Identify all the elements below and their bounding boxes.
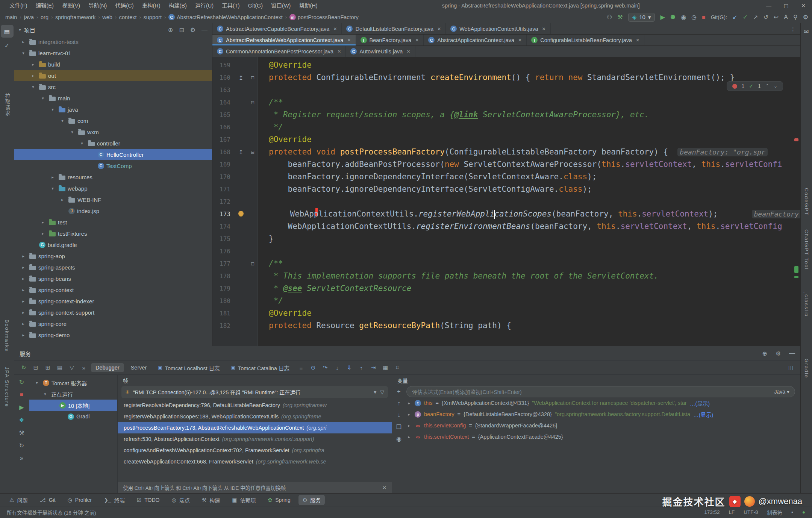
- history-button[interactable]: ↺: [763, 14, 768, 21]
- tree-item[interactable]: ▾wxm: [14, 126, 212, 138]
- show-value-link[interactable]: …(显示): [693, 410, 713, 418]
- code-line[interactable]: 180 */: [212, 295, 800, 307]
- menu-item[interactable]: 帮助(H): [295, 0, 321, 11]
- rerun-debug-button[interactable]: ↻: [19, 364, 29, 371]
- tree-chevron-icon[interactable]: ▸: [20, 299, 27, 304]
- show-watches-button[interactable]: ◉: [396, 435, 401, 442]
- locate-button[interactable]: ⊕: [762, 350, 767, 357]
- code-line[interactable]: 165 * Register request/session scopes, a…: [212, 109, 800, 121]
- tool-window-button-profiler[interactable]: ◷Profiler: [64, 495, 96, 504]
- tree-chevron-icon[interactable]: ▸: [20, 288, 27, 292]
- tree-chevron-icon[interactable]: ▾: [68, 130, 76, 135]
- tabs-menu-icon[interactable]: ≡: [296, 365, 306, 371]
- editor-tab[interactable]: IBeanFactory.java✕: [356, 35, 424, 45]
- breadcrumb-item[interactable]: springframework: [55, 14, 95, 20]
- code-line[interactable]: 170 beanFactory.ignoreDependencyInterfac…: [212, 171, 800, 183]
- frame-row[interactable]: postProcessBeanFactory:173, AbstractRefr…: [118, 422, 392, 433]
- tree-chevron-icon[interactable]: ▸: [39, 231, 47, 236]
- filter-icon[interactable]: ▽: [380, 389, 384, 395]
- tree-item[interactable]: ▾com: [14, 115, 212, 126]
- file-encoding[interactable]: UTF-8: [744, 509, 758, 515]
- hide-services-button[interactable]: —: [789, 350, 795, 357]
- run-button[interactable]: ▶: [660, 14, 665, 21]
- evaluate-language-select[interactable]: Java: [774, 389, 786, 395]
- editor-tab[interactable]: CAbstractRefreshableWebApplicationContex…: [212, 35, 356, 45]
- line-separator[interactable]: LF: [729, 509, 735, 515]
- resume-button[interactable]: ▶: [19, 404, 24, 411]
- editor-tab[interactable]: CCommonAnnotationBeanPostProcessor.java✕: [212, 46, 346, 57]
- tree-item[interactable]: ▾main: [14, 92, 212, 104]
- tree-item[interactable]: ▸spring-aop: [14, 250, 212, 262]
- close-icon[interactable]: ✕: [542, 26, 545, 32]
- tree-item[interactable]: ▸testFixtures: [14, 228, 212, 239]
- step-out-button[interactable]: ↑: [356, 365, 366, 371]
- maximize-button[interactable]: ▢: [777, 0, 795, 11]
- close-icon[interactable]: ✕: [406, 49, 410, 54]
- breadcrumb-item[interactable]: CAbstractRefreshableWebApplicationContex…: [168, 14, 283, 20]
- more-vtools-button[interactable]: »: [20, 455, 23, 462]
- tree-chevron-icon[interactable]: ▸: [20, 254, 27, 259]
- show-execution-point-button[interactable]: ⊙: [308, 364, 318, 371]
- close-icon[interactable]: ✕: [636, 38, 639, 43]
- frame-row[interactable]: registerWebApplicationScopes:188, WebApp…: [118, 411, 392, 422]
- debug-tab-tomcat-localhost-[interactable]: ▣Tomcat Localhost 日志: [153, 362, 224, 373]
- tree-item[interactable]: ▸WEB-INF: [14, 194, 212, 205]
- filter-button[interactable]: ▽: [67, 364, 77, 371]
- code-line[interactable]: 182protected Resource getResourceByPath(…: [212, 320, 800, 332]
- fold-marker[interactable]: ⊟: [248, 261, 258, 267]
- variable-row[interactable]: ▸∞this.servletContext = {ApplicationCont…: [406, 431, 795, 442]
- tree-item[interactable]: ▸spring-context: [14, 284, 212, 295]
- move-watch-down-button[interactable]: ↓: [397, 412, 400, 418]
- menu-item[interactable]: 编辑(E): [32, 0, 58, 11]
- menu-item[interactable]: 窗口(W): [267, 0, 295, 11]
- tree-item[interactable]: ▸spring-core: [14, 318, 212, 329]
- search-everywhere-button[interactable]: ⚲: [793, 14, 798, 21]
- server-settings-button[interactable]: ⚒: [19, 429, 24, 436]
- frame-row[interactable]: configureAndRefreshWebApplicationContext…: [118, 445, 392, 456]
- tree-chevron-icon[interactable]: ▸: [49, 175, 56, 180]
- layout-settings-button[interactable]: ⌗: [392, 364, 402, 371]
- chevron-down-icon[interactable]: ▾: [374, 389, 376, 395]
- tool-label-pull-requests[interactable]: 拉取请求: [3, 93, 11, 117]
- intention-bulb-icon[interactable]: [234, 211, 248, 217]
- indent-style[interactable]: 制表符: [767, 509, 783, 516]
- tree-chevron-icon[interactable]: ▾: [33, 380, 41, 385]
- tool-window-button-问题[interactable]: ⚠问题: [5, 495, 32, 505]
- override-marker-icon[interactable]: ↥: [234, 74, 248, 81]
- close-button[interactable]: ✕: [795, 0, 812, 11]
- tree-item[interactable]: Gbuild.gradle: [14, 239, 212, 250]
- tree-chevron-icon[interactable]: ▸: [20, 310, 27, 315]
- breadcrumb-item[interactable]: main: [5, 14, 17, 20]
- tree-chevron-icon[interactable]: ▸: [59, 197, 66, 202]
- run-configuration-select[interactable]: ◈10▾: [628, 13, 655, 22]
- code-line[interactable]: 163: [212, 84, 800, 96]
- tree-item[interactable]: ▸spring-context-indexer: [14, 295, 212, 307]
- tree-chevron-icon[interactable]: ▸: [20, 321, 27, 326]
- git-commit-button[interactable]: ✓: [743, 14, 748, 21]
- editor-tab[interactable]: IConfigurableListableBeanFactory.java✕: [527, 35, 644, 45]
- variable-row[interactable]: ▸tthis = {XmlWebApplicationContext@4331}…: [406, 397, 795, 409]
- force-step-into-button[interactable]: ⇓: [344, 364, 354, 371]
- tool-label-gradle[interactable]: Gradle: [804, 359, 809, 379]
- breadcrumb-item[interactable]: web: [102, 14, 112, 20]
- tree-chevron-icon[interactable]: ▸: [20, 265, 27, 270]
- debug-tab-debugger[interactable]: Debugger: [91, 363, 124, 372]
- step-into-button[interactable]: ↓: [332, 365, 342, 371]
- tree-chevron-icon[interactable]: ▾: [78, 141, 86, 146]
- tree-chevron-icon[interactable]: ▸: [29, 62, 37, 67]
- code-line[interactable]: 177⊟/**: [212, 257, 800, 270]
- collapse-all-button[interactable]: ⊟: [31, 364, 41, 371]
- tool-window-button-spring[interactable]: ✿Spring: [264, 495, 294, 504]
- variable-row[interactable]: ▸∞this.servletConfig = {StandardWrapperF…: [406, 420, 795, 431]
- frame-row[interactable]: registerResolvableDependency:796, Defaul…: [118, 400, 392, 411]
- menu-item[interactable]: 视图(V): [58, 0, 84, 11]
- tree-settings-button[interactable]: ⚙: [190, 26, 195, 33]
- tree-item[interactable]: ▸spring-demo: [14, 329, 212, 341]
- stop-server-button[interactable]: ■: [20, 391, 24, 398]
- tool-window-button-终端[interactable]: ❯_终端: [100, 495, 129, 505]
- stop-button[interactable]: ■: [702, 14, 706, 21]
- tree-chevron-icon[interactable]: ▾: [39, 96, 47, 101]
- translate-button[interactable]: A: [784, 14, 788, 21]
- code-editor[interactable]: 1✓1⌃⌄ 159@Override160↥⊟protected Configu…: [212, 57, 800, 346]
- fold-marker[interactable]: ⊟: [248, 100, 258, 105]
